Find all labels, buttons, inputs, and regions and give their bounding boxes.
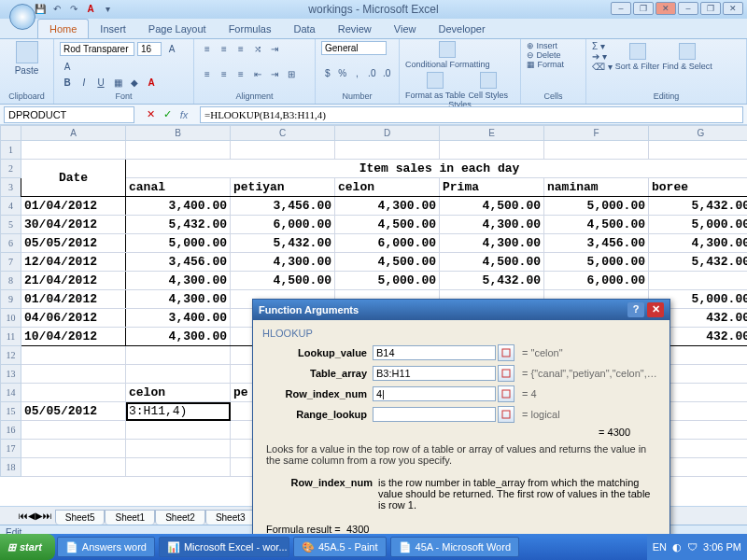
item-sales-header[interactable]: Item sales in each day: [126, 160, 748, 178]
range-picker-icon[interactable]: [498, 344, 514, 361]
nav-next-icon[interactable]: ▶: [35, 511, 43, 521]
sort-filter-button[interactable]: Sort & Filter: [615, 43, 660, 71]
office-button[interactable]: [9, 4, 35, 30]
cell-styles-button[interactable]: Cell Styles: [468, 72, 508, 100]
align-middle-icon[interactable]: ≡: [217, 41, 232, 56]
active-cell-b15[interactable]: 3:H11,4): [126, 402, 231, 421]
row-hdr[interactable]: 15: [1, 402, 21, 421]
cell[interactable]: 05/05/2012: [21, 234, 126, 253]
cell[interactable]: 4,500.00: [440, 253, 544, 272]
row-hdr[interactable]: 9: [1, 290, 21, 309]
lang-indicator[interactable]: EN: [653, 541, 667, 553]
tab-insert[interactable]: Insert: [89, 20, 137, 38]
col-hdr-d[interactable]: D: [335, 126, 440, 141]
row-hdr[interactable]: 14: [1, 384, 21, 402]
cell[interactable]: 3,400.00: [126, 309, 231, 328]
cell[interactable]: 5,432.00: [126, 216, 231, 234]
arg-input-row_index_num[interactable]: [373, 386, 496, 401]
range-picker-icon[interactable]: [498, 406, 514, 423]
underline-icon[interactable]: U: [93, 76, 108, 91]
cell[interactable]: 3,400.00: [126, 197, 231, 216]
cell[interactable]: celon: [335, 178, 440, 197]
comma-icon[interactable]: ,: [351, 66, 364, 81]
doc-restore-button[interactable]: ❐: [700, 2, 721, 15]
row-hdr[interactable]: 2: [1, 160, 21, 178]
dialog-help-button[interactable]: ?: [627, 302, 644, 317]
close-button[interactable]: ✕: [655, 2, 676, 15]
dialog-titlebar[interactable]: Function Arguments ? ✕: [253, 300, 669, 320]
tab-data[interactable]: Data: [282, 20, 326, 38]
tab-home[interactable]: Home: [37, 19, 89, 38]
cell[interactable]: 12/04/2012: [21, 253, 126, 272]
arg-input-range_lookup[interactable]: [373, 407, 496, 422]
font-color-icon[interactable]: A: [84, 2, 97, 15]
cell[interactable]: 4,300.00: [335, 197, 440, 216]
cell-a15[interactable]: 05/05/2012: [21, 402, 126, 421]
cell[interactable]: Prima: [440, 178, 544, 197]
row-hdr[interactable]: 3: [1, 178, 21, 197]
arg-input-lookup_value[interactable]: [373, 345, 496, 360]
sheet-tab[interactable]: Sheet1: [105, 510, 155, 525]
cell[interactable]: 4,300.00: [126, 272, 231, 290]
cell[interactable]: 4,300.00: [231, 253, 335, 272]
nav-last-icon[interactable]: ⏭: [43, 511, 52, 521]
cell[interactable]: 6,000.00: [231, 216, 335, 234]
font-color-icon2[interactable]: A: [144, 76, 159, 91]
cancel-formula-icon[interactable]: ✕: [144, 108, 157, 121]
system-tray[interactable]: EN ◐ 🛡 3:06 PM: [647, 534, 747, 560]
cell[interactable]: 4,500.00: [440, 197, 544, 216]
sheet-tab[interactable]: Sheet3: [205, 510, 256, 525]
cell[interactable]: 4,300.00: [126, 290, 231, 309]
paste-button[interactable]: Paste: [6, 41, 48, 76]
align-right-icon[interactable]: ≡: [233, 66, 248, 81]
cell[interactable]: 5,000.00: [126, 234, 231, 253]
row-hdr[interactable]: 18: [1, 458, 21, 477]
row-hdr[interactable]: 17: [1, 440, 21, 458]
row-hdr[interactable]: 11: [1, 328, 21, 346]
row-hdr[interactable]: 8: [1, 272, 21, 290]
range-picker-icon[interactable]: [498, 365, 514, 382]
cell[interactable]: 5,000.00: [649, 216, 748, 234]
find-select-button[interactable]: Find & Select: [662, 43, 712, 71]
taskbar-item-active[interactable]: 📊Microsoft Excel - wor...: [159, 537, 289, 557]
inc-decimal-icon[interactable]: .0: [365, 66, 378, 81]
row-hdr[interactable]: 12: [1, 346, 21, 365]
cell[interactable]: 3,456.00: [231, 197, 335, 216]
taskbar-item[interactable]: 📄45A - Microsoft Word: [390, 537, 520, 557]
cell[interactable]: canal: [126, 178, 231, 197]
cell[interactable]: 21/04/2012: [21, 272, 126, 290]
dialog-close-button[interactable]: ✕: [647, 302, 664, 317]
cell[interactable]: 4,500.00: [231, 272, 335, 290]
number-format-input[interactable]: [321, 41, 387, 55]
tab-view[interactable]: View: [383, 20, 428, 38]
row-hdr[interactable]: 7: [1, 253, 21, 272]
align-bottom-icon[interactable]: ≡: [233, 41, 248, 56]
row-hdr[interactable]: 10: [1, 309, 21, 328]
cell[interactable]: 5,000.00: [335, 272, 440, 290]
dec-decimal-icon[interactable]: .0: [380, 66, 393, 81]
date-header-cell[interactable]: Date: [21, 160, 126, 197]
cell[interactable]: 5,432.00: [231, 234, 335, 253]
col-hdr-a[interactable]: A: [21, 126, 126, 141]
wrap-text-icon[interactable]: ⇥: [267, 41, 282, 56]
font-name-input[interactable]: [60, 42, 134, 56]
col-hdr-e[interactable]: E: [440, 126, 544, 141]
border-icon[interactable]: ▦: [110, 76, 125, 91]
doc-close-button[interactable]: ✕: [723, 2, 743, 15]
indent-dec-icon[interactable]: ⇤: [250, 66, 265, 81]
restore-button[interactable]: ❐: [633, 2, 654, 15]
cell[interactable]: 5,000.00: [544, 253, 649, 272]
cell[interactable]: 04/06/2012: [21, 309, 126, 328]
cell[interactable]: 4,500.00: [335, 216, 440, 234]
cells-insert-button[interactable]: ⊕ Insert: [527, 41, 580, 50]
row-hdr[interactable]: 5: [1, 216, 21, 234]
tab-developer[interactable]: Developer: [427, 20, 496, 38]
redo-icon[interactable]: ↷: [67, 2, 80, 15]
tray-icon[interactable]: ◐: [672, 541, 682, 553]
minimize-button[interactable]: –: [611, 2, 631, 15]
merge-icon[interactable]: ⊞: [284, 66, 299, 81]
enter-formula-icon[interactable]: ✓: [161, 108, 174, 121]
col-hdr-f[interactable]: F: [544, 126, 649, 141]
indent-inc-icon[interactable]: ⇥: [267, 66, 282, 81]
shrink-font-icon[interactable]: A: [60, 59, 75, 74]
